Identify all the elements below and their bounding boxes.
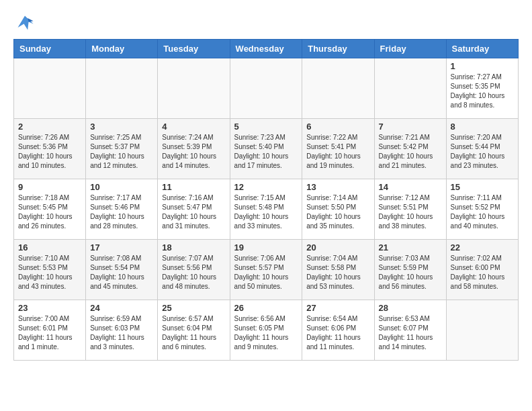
calendar-week-row: 23Sunrise: 7:00 AM Sunset: 6:01 PM Dayli… — [14, 300, 519, 361]
day-number: 26 — [234, 303, 298, 313]
calendar-cell: 4Sunrise: 7:24 AM Sunset: 5:39 PM Daylig… — [158, 119, 230, 179]
day-number: 2 — [18, 122, 81, 132]
day-info: Sunrise: 6:53 AM Sunset: 6:07 PM Dayligh… — [379, 314, 442, 352]
calendar-cell: 9Sunrise: 7:18 AM Sunset: 5:45 PM Daylig… — [14, 179, 86, 240]
day-number: 13 — [306, 182, 369, 192]
day-info: Sunrise: 7:23 AM Sunset: 5:40 PM Dayligh… — [234, 133, 298, 171]
day-number: 3 — [90, 122, 153, 132]
day-info: Sunrise: 7:16 AM Sunset: 5:47 PM Dayligh… — [162, 193, 225, 231]
page-header — [13, 13, 519, 32]
day-info: Sunrise: 7:07 AM Sunset: 5:56 PM Dayligh… — [162, 254, 225, 291]
day-number: 23 — [18, 303, 81, 313]
calendar-cell: 5Sunrise: 7:23 AM Sunset: 5:40 PM Daylig… — [230, 119, 302, 179]
calendar-week-row: 2Sunrise: 7:26 AM Sunset: 5:36 PM Daylig… — [14, 119, 519, 179]
day-info: Sunrise: 7:27 AM Sunset: 5:35 PM Dayligh… — [451, 73, 514, 110]
day-info: Sunrise: 7:21 AM Sunset: 5:42 PM Dayligh… — [379, 133, 442, 171]
day-info: Sunrise: 7:15 AM Sunset: 5:48 PM Dayligh… — [234, 193, 298, 231]
day-info: Sunrise: 7:02 AM Sunset: 6:00 PM Dayligh… — [451, 254, 514, 291]
calendar-cell: 11Sunrise: 7:16 AM Sunset: 5:47 PM Dayli… — [158, 179, 230, 240]
day-number: 11 — [162, 182, 225, 192]
weekday-header-thursday: Thursday — [302, 40, 374, 58]
calendar-cell: 12Sunrise: 7:15 AM Sunset: 5:48 PM Dayli… — [230, 179, 302, 240]
calendar-cell: 18Sunrise: 7:07 AM Sunset: 5:56 PM Dayli… — [158, 240, 230, 300]
day-info: Sunrise: 7:26 AM Sunset: 5:36 PM Dayligh… — [18, 133, 81, 171]
day-info: Sunrise: 6:54 AM Sunset: 6:06 PM Dayligh… — [306, 314, 369, 352]
day-number: 9 — [18, 182, 81, 192]
day-number: 20 — [306, 242, 369, 253]
weekday-header-tuesday: Tuesday — [158, 40, 230, 58]
day-info: Sunrise: 7:03 AM Sunset: 5:59 PM Dayligh… — [379, 254, 442, 291]
day-info: Sunrise: 7:06 AM Sunset: 5:57 PM Dayligh… — [234, 254, 298, 291]
svg-marker-1 — [28, 18, 33, 22]
day-info: Sunrise: 6:57 AM Sunset: 6:04 PM Dayligh… — [162, 314, 225, 352]
svg-marker-0 — [18, 16, 34, 30]
day-number: 1 — [451, 61, 514, 71]
day-info: Sunrise: 7:22 AM Sunset: 5:41 PM Dayligh… — [306, 133, 369, 171]
day-number: 25 — [162, 303, 225, 313]
weekday-header-row: SundayMondayTuesdayWednesdayThursdayFrid… — [14, 40, 519, 58]
calendar-cell: 16Sunrise: 7:10 AM Sunset: 5:53 PM Dayli… — [14, 240, 86, 300]
day-number: 18 — [162, 242, 225, 253]
day-number: 22 — [451, 242, 514, 253]
calendar-cell: 14Sunrise: 7:12 AM Sunset: 5:51 PM Dayli… — [374, 179, 446, 240]
calendar-cell — [14, 58, 86, 119]
day-number: 15 — [451, 182, 514, 192]
logo — [13, 13, 34, 32]
day-info: Sunrise: 7:14 AM Sunset: 5:50 PM Dayligh… — [306, 193, 369, 231]
calendar-cell: 25Sunrise: 6:57 AM Sunset: 6:04 PM Dayli… — [158, 300, 230, 361]
calendar-cell: 21Sunrise: 7:03 AM Sunset: 5:59 PM Dayli… — [374, 240, 446, 300]
weekday-header-wednesday: Wednesday — [230, 40, 302, 58]
day-number: 19 — [234, 242, 298, 253]
day-number: 28 — [379, 303, 442, 313]
calendar-cell: 2Sunrise: 7:26 AM Sunset: 5:36 PM Daylig… — [14, 119, 86, 179]
day-info: Sunrise: 7:17 AM Sunset: 5:46 PM Dayligh… — [90, 193, 153, 231]
weekday-header-monday: Monday — [86, 40, 158, 58]
calendar-cell: 10Sunrise: 7:17 AM Sunset: 5:46 PM Dayli… — [86, 179, 158, 240]
calendar-cell: 22Sunrise: 7:02 AM Sunset: 6:00 PM Dayli… — [446, 240, 518, 300]
calendar-week-row: 1Sunrise: 7:27 AM Sunset: 5:35 PM Daylig… — [14, 58, 519, 119]
logo-bird-icon — [15, 13, 34, 32]
weekday-header-friday: Friday — [374, 40, 446, 58]
day-number: 6 — [306, 122, 369, 132]
day-number: 14 — [379, 182, 442, 192]
calendar-table: SundayMondayTuesdayWednesdayThursdayFrid… — [13, 39, 519, 361]
day-info: Sunrise: 7:25 AM Sunset: 5:37 PM Dayligh… — [90, 133, 153, 171]
calendar-cell: 8Sunrise: 7:20 AM Sunset: 5:44 PM Daylig… — [446, 119, 518, 179]
calendar-cell: 19Sunrise: 7:06 AM Sunset: 5:57 PM Dayli… — [230, 240, 302, 300]
day-info: Sunrise: 7:11 AM Sunset: 5:52 PM Dayligh… — [451, 193, 514, 231]
day-info: Sunrise: 7:08 AM Sunset: 5:54 PM Dayligh… — [90, 254, 153, 291]
calendar-cell: 1Sunrise: 7:27 AM Sunset: 5:35 PM Daylig… — [446, 58, 518, 119]
calendar-cell — [374, 58, 446, 119]
calendar-week-row: 9Sunrise: 7:18 AM Sunset: 5:45 PM Daylig… — [14, 179, 519, 240]
calendar-cell — [86, 58, 158, 119]
calendar-cell: 13Sunrise: 7:14 AM Sunset: 5:50 PM Dayli… — [302, 179, 374, 240]
day-number: 17 — [90, 242, 153, 253]
day-number: 12 — [234, 182, 298, 192]
calendar-week-row: 16Sunrise: 7:10 AM Sunset: 5:53 PM Dayli… — [14, 240, 519, 300]
calendar-cell — [446, 300, 518, 361]
calendar-cell — [302, 58, 374, 119]
day-number: 5 — [234, 122, 298, 132]
calendar-cell: 7Sunrise: 7:21 AM Sunset: 5:42 PM Daylig… — [374, 119, 446, 179]
calendar-cell — [230, 58, 302, 119]
calendar-cell: 6Sunrise: 7:22 AM Sunset: 5:41 PM Daylig… — [302, 119, 374, 179]
calendar-cell: 20Sunrise: 7:04 AM Sunset: 5:58 PM Dayli… — [302, 240, 374, 300]
day-number: 27 — [306, 303, 369, 313]
day-number: 10 — [90, 182, 153, 192]
calendar-cell: 26Sunrise: 6:56 AM Sunset: 6:05 PM Dayli… — [230, 300, 302, 361]
day-info: Sunrise: 7:04 AM Sunset: 5:58 PM Dayligh… — [306, 254, 369, 291]
day-info: Sunrise: 7:20 AM Sunset: 5:44 PM Dayligh… — [451, 133, 514, 171]
day-number: 4 — [162, 122, 225, 132]
calendar-cell: 23Sunrise: 7:00 AM Sunset: 6:01 PM Dayli… — [14, 300, 86, 361]
weekday-header-saturday: Saturday — [446, 40, 518, 58]
day-info: Sunrise: 7:00 AM Sunset: 6:01 PM Dayligh… — [18, 314, 81, 352]
day-number: 24 — [90, 303, 153, 313]
calendar-cell: 24Sunrise: 6:59 AM Sunset: 6:03 PM Dayli… — [86, 300, 158, 361]
day-number: 21 — [379, 242, 442, 253]
calendar-cell — [158, 58, 230, 119]
day-number: 8 — [451, 122, 514, 132]
calendar-cell: 28Sunrise: 6:53 AM Sunset: 6:07 PM Dayli… — [374, 300, 446, 361]
day-info: Sunrise: 7:12 AM Sunset: 5:51 PM Dayligh… — [379, 193, 442, 231]
weekday-header-sunday: Sunday — [14, 40, 86, 58]
calendar-cell: 3Sunrise: 7:25 AM Sunset: 5:37 PM Daylig… — [86, 119, 158, 179]
